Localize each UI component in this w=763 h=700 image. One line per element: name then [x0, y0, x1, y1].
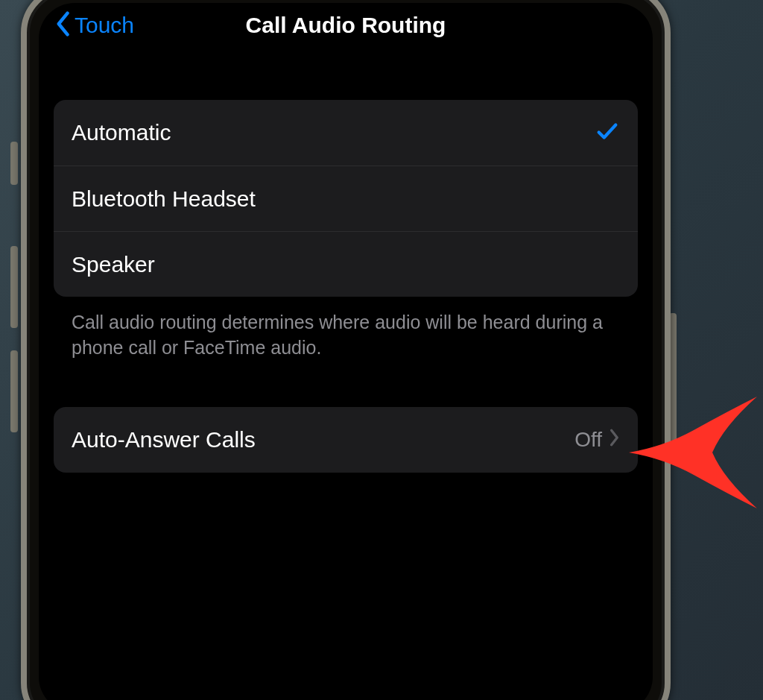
auto-answer-value: Off	[574, 428, 602, 452]
routing-option-speaker[interactable]: Speaker	[54, 231, 638, 297]
auto-answer-group: Auto-Answer Calls Off	[54, 407, 638, 473]
back-label: Touch	[75, 13, 134, 38]
auto-answer-label: Auto-Answer Calls	[72, 427, 256, 453]
routing-options-footer: Call audio routing determines where audi…	[54, 297, 638, 361]
content-area: Automatic Bluetooth Headset Speaker Call…	[39, 48, 653, 473]
screen: Touch Call Audio Routing Automatic Bluet…	[39, 3, 653, 700]
row-value-container: Off	[574, 428, 620, 452]
chevron-left-icon	[55, 11, 70, 40]
checkmark-icon	[595, 119, 620, 147]
page-title: Call Audio Routing	[246, 13, 446, 38]
routing-option-automatic[interactable]: Automatic	[54, 100, 638, 165]
option-label: Automatic	[72, 120, 171, 145]
phone-frame: Touch Call Audio Routing Automatic Bluet…	[21, 0, 671, 700]
back-button[interactable]: Touch	[55, 3, 134, 48]
auto-answer-calls-row[interactable]: Auto-Answer Calls Off	[54, 407, 638, 473]
chevron-right-icon	[610, 428, 620, 452]
option-label: Speaker	[72, 252, 155, 277]
option-label: Bluetooth Headset	[72, 186, 256, 212]
routing-option-bluetooth-headset[interactable]: Bluetooth Headset	[54, 165, 638, 231]
phone-volume-up-button	[10, 246, 18, 328]
phone-volume-down-button	[10, 350, 18, 432]
navigation-bar: Touch Call Audio Routing	[39, 3, 653, 48]
phone-side-button	[10, 142, 18, 185]
routing-options-group: Automatic Bluetooth Headset Speaker	[54, 100, 638, 297]
